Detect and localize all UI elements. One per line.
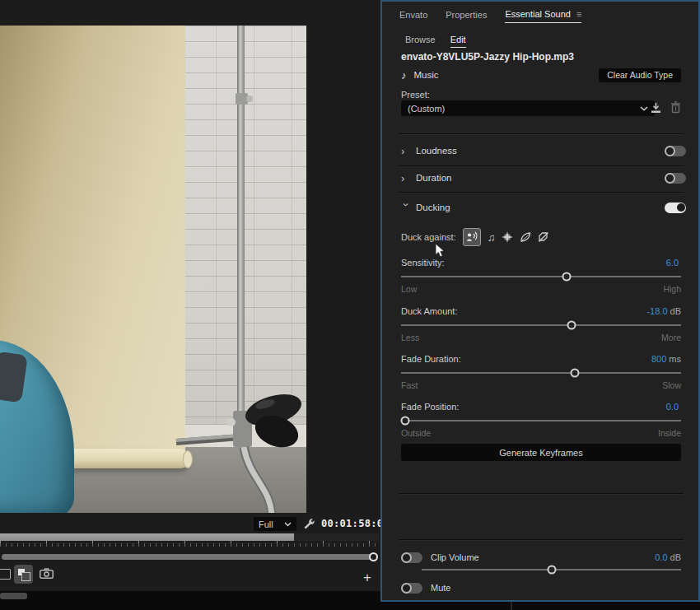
chevron-right-icon[interactable]: › xyxy=(401,173,416,184)
clip-filename: envato-Y8VLU5P-Jazzy Hip-Hop.mp3 xyxy=(401,51,574,63)
preset-label: Preset: xyxy=(401,90,430,100)
duck-against-label: Duck against: xyxy=(401,232,456,242)
sensitivity-value[interactable]: 6.0 xyxy=(666,258,679,268)
duration-toggle[interactable] xyxy=(665,173,686,184)
essential-sound-panel: Envato Properties Essential Sound ≡ Brow… xyxy=(380,0,700,602)
program-monitor-video xyxy=(0,26,306,513)
loudness-toggle[interactable] xyxy=(665,146,686,156)
clip-volume-row: Clip Volume 0.0dB xyxy=(401,552,681,563)
save-preset-icon[interactable] xyxy=(650,102,662,114)
slider-handle[interactable] xyxy=(562,272,571,282)
safe-margins-icon[interactable] xyxy=(0,569,11,580)
divider xyxy=(399,165,684,166)
divider xyxy=(399,539,684,540)
duck-amount-value[interactable]: -18.0 xyxy=(646,306,667,316)
subtab-browse[interactable]: Browse xyxy=(405,35,436,48)
chevron-down-icon xyxy=(284,522,292,527)
program-monitor-panel: Full 00:01:58:08 + xyxy=(0,0,380,591)
comparison-view-button[interactable] xyxy=(14,565,33,584)
sensitivity-slider[interactable] xyxy=(401,276,681,277)
clip-volume-value[interactable]: 0.0 xyxy=(655,552,667,562)
max-label: More xyxy=(661,333,681,342)
min-label: Low xyxy=(401,284,417,294)
duck-amount-control: Duck Amount: -18.0dB LessMore xyxy=(401,306,681,346)
divider xyxy=(399,493,684,494)
zoom-select-value: Full xyxy=(259,519,273,529)
slider-handle[interactable] xyxy=(547,566,556,575)
section-loudness[interactable]: › Loudness xyxy=(401,141,686,161)
divider xyxy=(399,133,684,134)
settings-wrench-icon[interactable] xyxy=(303,518,315,530)
fade-duration-control: Fade Duration: 800ms FastSlow xyxy=(401,354,681,393)
mute-label: Mute xyxy=(431,583,450,593)
chevron-right-icon[interactable]: › xyxy=(401,146,416,156)
mouse-cursor xyxy=(435,243,445,258)
bottom-strip xyxy=(0,591,380,610)
fade-duration-label: Fade Duration: xyxy=(401,354,461,364)
bottom-strip xyxy=(380,602,700,610)
duck-against-ambience-icon[interactable] xyxy=(520,231,531,243)
min-label: Fast xyxy=(401,380,418,390)
panel-menu-icon[interactable]: ≡ xyxy=(576,9,581,19)
preset-value: (Custom) xyxy=(408,104,445,114)
section-ducking[interactable]: › Ducking xyxy=(401,198,686,217)
ducking-toggle[interactable] xyxy=(665,203,686,213)
tab-properties[interactable]: Properties xyxy=(446,9,487,23)
sensitivity-control: Sensitivity: 6.0 LowHigh xyxy=(401,258,681,297)
duck-amount-label: Duck Amount: xyxy=(401,306,457,316)
timecode-display[interactable]: 00:01:58:08 xyxy=(321,518,380,529)
chevron-down-icon xyxy=(640,106,648,111)
delete-preset-trash-icon[interactable] xyxy=(670,101,681,114)
monitor-controls: Full 00:01:58:08 xyxy=(0,516,380,533)
tab-essential-sound[interactable]: Essential Sound ≡ xyxy=(505,9,581,23)
duck-against-dialogue-icon[interactable] xyxy=(463,228,481,246)
tab-envato[interactable]: Envato xyxy=(399,9,427,23)
timeline-mini-scrollbar[interactable] xyxy=(0,593,27,599)
preset-dropdown[interactable]: (Custom) xyxy=(401,100,655,116)
clip-volume-label: Clip Volume xyxy=(431,552,479,562)
min-label: Less xyxy=(401,333,419,342)
fade-position-label: Fade Position: xyxy=(401,402,459,412)
duck-against-untagged-clips-icon[interactable] xyxy=(538,231,549,243)
slider-handle[interactable] xyxy=(567,321,576,330)
monitor-zoom-scrollbar[interactable] xyxy=(2,554,377,560)
duck-against-sfx-icon[interactable] xyxy=(502,231,513,243)
min-label: Outside xyxy=(401,428,431,438)
audio-type-row: ♪ Music Clear Audio Type xyxy=(401,68,681,82)
subtab-bar: Browse Edit xyxy=(405,35,466,48)
mute-row: Mute xyxy=(401,582,681,594)
fade-position-slider[interactable] xyxy=(401,420,681,421)
max-label: Slow xyxy=(662,380,681,390)
fade-duration-slider[interactable] xyxy=(401,372,681,374)
chevron-down-icon[interactable]: › xyxy=(401,203,412,212)
sensitivity-label: Sensitivity: xyxy=(401,258,445,268)
slider-handle[interactable] xyxy=(570,369,579,378)
audio-type-label: Music xyxy=(414,70,439,80)
ruler-ticks-minor xyxy=(0,543,379,547)
clip-volume-slider[interactable] xyxy=(422,569,681,570)
button-editor-plus[interactable]: + xyxy=(359,570,376,586)
premiere-workspace: { "colors": { "accent": "#3f8fd8", "pane… xyxy=(0,0,700,610)
export-frame-camera-icon[interactable] xyxy=(40,568,54,579)
generate-keyframes-button[interactable]: Generate Keyframes xyxy=(401,444,681,461)
fade-duration-value[interactable]: 800 xyxy=(651,354,666,364)
clip-volume-toggle[interactable] xyxy=(401,552,422,563)
slider-handle[interactable] xyxy=(401,417,410,426)
fade-position-control: Fade Position: 0.0 OutsideInside xyxy=(401,402,681,441)
mute-toggle[interactable] xyxy=(401,583,422,594)
fade-position-value[interactable]: 0.0 xyxy=(666,402,679,412)
section-duration[interactable]: › Duration xyxy=(401,168,686,188)
monitor-progress-bar[interactable] xyxy=(0,533,294,541)
duck-against-music-icon[interactable]: ♫ xyxy=(488,231,496,244)
monitor-zoom-select[interactable]: Full xyxy=(254,517,296,531)
max-label: High xyxy=(663,284,681,294)
clear-audio-type-button[interactable]: Clear Audio Type xyxy=(599,68,681,82)
duck-amount-slider[interactable] xyxy=(401,324,681,326)
divider xyxy=(399,192,684,193)
panel-tab-bar: Envato Properties Essential Sound ≡ xyxy=(399,9,581,23)
subtab-edit[interactable]: Edit xyxy=(450,35,466,48)
music-note-icon: ♪ xyxy=(401,69,407,81)
panel-divider xyxy=(511,602,512,610)
scrollbar-handle[interactable] xyxy=(369,552,378,561)
max-label: Inside xyxy=(658,428,681,438)
